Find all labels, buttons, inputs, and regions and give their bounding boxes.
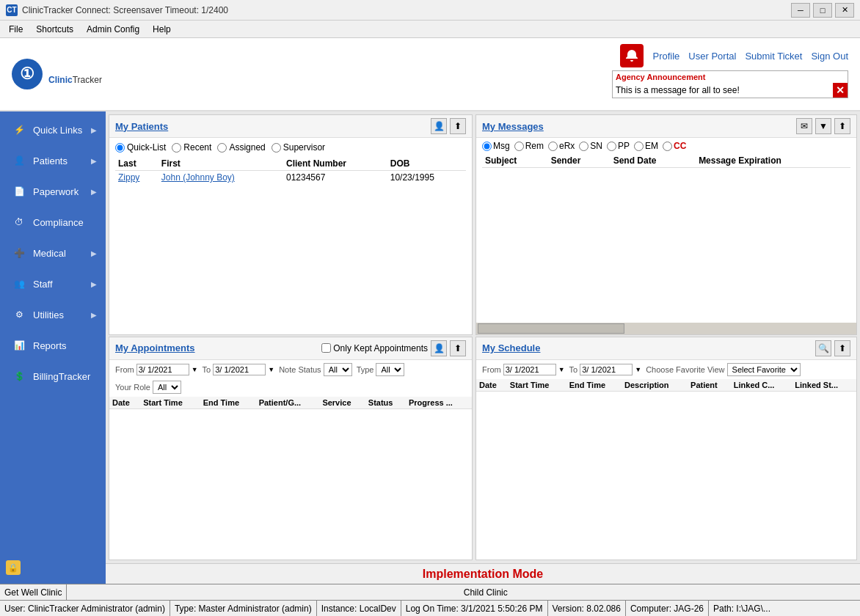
messages-scrollbar[interactable] [476, 323, 856, 334]
schedule-search-button[interactable]: 🔍 [815, 340, 831, 356]
my-appointments-panel: My Appointments Only Kept Appointments 👤… [109, 337, 473, 560]
chevron-right-icon-2: ▶ [91, 157, 97, 165]
sidebar-item-compliance[interactable]: ⏱ Compliance [0, 207, 106, 238]
schedule-favorite-filter: Choose Favorite View Select Favorite [646, 363, 800, 376]
my-appointments-title[interactable]: My Appointments [115, 342, 195, 353]
minimize-button[interactable]: ─ [791, 3, 810, 18]
my-patients-person-button[interactable]: 👤 [431, 118, 447, 134]
sidebar-item-staff[interactable]: 👥 Staff ▶ [0, 268, 106, 299]
scrollbar-thumb[interactable] [478, 323, 624, 334]
sidebar-item-utilities[interactable]: ⚙ Utilities ▶ [0, 299, 106, 330]
my-messages-export-button[interactable]: ⬆ [834, 118, 850, 134]
my-patients-export-button[interactable]: ⬆ [450, 118, 466, 134]
table-row[interactable]: Zippy John (Johnny Boy) 01234567 10/23/1… [115, 171, 466, 185]
patient-dob: 10/23/1995 [387, 171, 466, 185]
your-role-select[interactable]: All [153, 381, 181, 394]
menu-file[interactable]: File [3, 23, 29, 36]
sign-out-link[interactable]: Sign Out [811, 51, 848, 62]
menu-help[interactable]: Help [147, 23, 177, 36]
msg-radio-pp[interactable]: PP [607, 141, 630, 151]
sidebar-label-utilities: Utilities [33, 309, 85, 320]
my-schedule-title[interactable]: My Schedule [482, 342, 540, 353]
my-messages-dropdown-button[interactable]: ▼ [815, 118, 831, 134]
agency-announcement-input[interactable] [613, 84, 833, 97]
schedule-from-input[interactable] [503, 364, 556, 375]
sidebar-item-quick-links[interactable]: ⚡ Quick Links ▶ [0, 114, 106, 145]
radio-quick-list[interactable]: Quick-List [115, 142, 166, 153]
schedule-from-arrow[interactable]: ▼ [558, 366, 565, 373]
msg-radio-erx[interactable]: eRx [548, 141, 575, 151]
patient-client-number: 01234567 [283, 171, 387, 185]
my-messages-compose-button[interactable]: ✉ [796, 118, 812, 134]
schedule-from-filter: From ▼ [482, 364, 565, 375]
status-instance: Instance: LocalDev [317, 601, 401, 616]
col-client-number: Client Number [283, 157, 387, 171]
to-dropdown-arrow[interactable]: ▼ [268, 366, 274, 373]
bottom-panels-row: My Appointments Only Kept Appointments 👤… [106, 337, 860, 563]
appointments-to-input[interactable] [213, 364, 266, 375]
appt-col-start-time: Start Time [140, 397, 200, 409]
top-status-bar: Get Well Clinic Child Clinic [0, 584, 860, 600]
note-status-filter: Note Status All [279, 363, 351, 376]
appointments-person-button[interactable]: 👤 [431, 340, 447, 356]
logo-icon: ① [12, 59, 43, 89]
patient-first: John (Johnny Boy) [158, 171, 283, 185]
agency-clear-button[interactable]: ✕ [833, 83, 848, 98]
to-label: To [203, 365, 211, 374]
appointments-export-button[interactable]: ⬆ [450, 340, 466, 356]
submit-ticket-link[interactable]: Submit Ticket [745, 51, 802, 62]
header-nav: Profile User Portal Submit Ticket Sign O… [620, 44, 848, 67]
from-label: From [115, 365, 134, 374]
radio-assigned[interactable]: Assigned [217, 142, 265, 153]
my-messages-title[interactable]: My Messages [482, 121, 544, 132]
from-dropdown-arrow[interactable]: ▼ [192, 366, 198, 373]
sidebar-label-paperwork: Paperwork [33, 186, 85, 197]
schedule-to-input[interactable] [580, 364, 633, 375]
notification-icon[interactable] [620, 44, 644, 67]
schedule-favorite-select[interactable]: Select Favorite [727, 363, 801, 376]
schedule-favorite-label: Choose Favorite View [646, 365, 724, 374]
radio-supervisor[interactable]: Supervisor [272, 142, 325, 153]
menu-bar: File Shortcuts Admin Config Help [0, 21, 860, 38]
sidebar-item-billingtracker[interactable]: 💲 BillingTracker [0, 361, 106, 392]
header: ① ClinicTracker Profile User Portal Subm… [0, 38, 860, 111]
maximize-button[interactable]: □ [813, 3, 832, 18]
lock-icon[interactable]: 🔒 [6, 560, 21, 575]
status-path: Path: I:\JAG\... [709, 601, 860, 616]
sidebar-item-medical[interactable]: ➕ Medical ▶ [0, 238, 106, 268]
impl-mode-bar: Implementation Mode [106, 563, 860, 584]
billingtracker-icon: 💲 [11, 368, 27, 384]
sidebar-item-reports[interactable]: 📊 Reports [0, 330, 106, 361]
only-kept-checkbox[interactable] [321, 343, 331, 353]
user-portal-link[interactable]: User Portal [688, 51, 736, 62]
staff-icon: 👥 [11, 276, 27, 292]
note-status-select[interactable]: All [324, 363, 352, 376]
sidebar-item-patients[interactable]: 👤 Patients ▶ [0, 145, 106, 176]
agency-announcement-content: ✕ [613, 83, 848, 98]
menu-admin-config[interactable]: Admin Config [81, 23, 145, 36]
appointments-from-input[interactable] [136, 364, 189, 375]
my-patients-title[interactable]: My Patients [115, 121, 168, 132]
appointments-header-right: Only Kept Appointments 👤 ⬆ [321, 340, 466, 356]
msg-radio-cc[interactable]: CC [663, 141, 686, 151]
my-messages-header: My Messages ✉ ▼ ⬆ [476, 115, 856, 138]
menu-shortcuts[interactable]: Shortcuts [30, 23, 79, 36]
only-kept-checkbox-label[interactable]: Only Kept Appointments [321, 343, 428, 353]
schedule-table-wrapper: Date Start Time End Time Description Pat… [476, 379, 856, 560]
schedule-to-arrow[interactable]: ▼ [635, 366, 641, 373]
radio-recent[interactable]: Recent [172, 142, 211, 153]
msg-radio-em[interactable]: EM [634, 141, 658, 151]
quick-links-icon: ⚡ [11, 122, 27, 138]
msg-radio-msg[interactable]: Msg [482, 141, 510, 151]
msg-radio-sn[interactable]: SN [579, 141, 602, 151]
sidebar-item-paperwork[interactable]: 📄 Paperwork ▶ [0, 176, 106, 207]
profile-link[interactable]: Profile [652, 51, 679, 62]
appointments-table-wrapper: Date Start Time End Time Patient/G... Se… [109, 397, 472, 560]
app-icon: CT [6, 4, 18, 16]
schedule-export-button[interactable]: ⬆ [834, 340, 850, 356]
main-layout: ⚡ Quick Links ▶ 👤 Patients ▶ 📄 Paperwork… [0, 111, 860, 584]
close-button[interactable]: ✕ [835, 3, 854, 18]
msg-radio-rem[interactable]: Rem [514, 141, 544, 151]
type-label: Type [357, 365, 374, 374]
type-select[interactable]: All [376, 363, 404, 376]
